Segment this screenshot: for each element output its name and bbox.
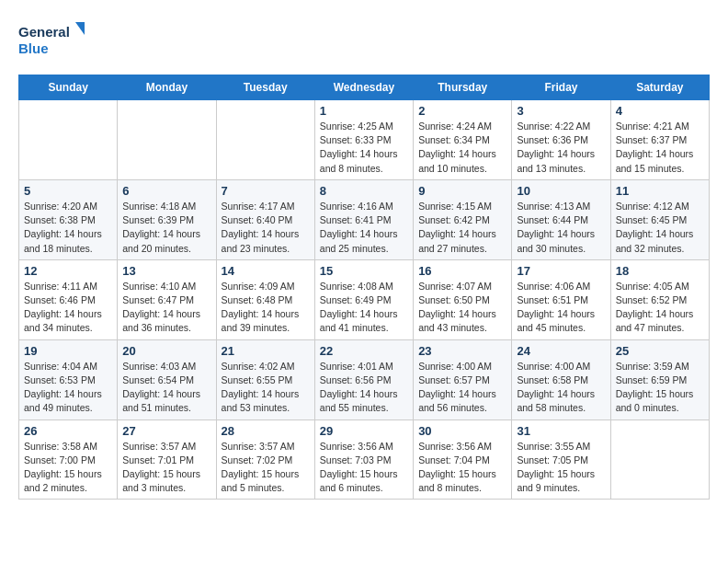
calendar-cell: 19Sunrise: 4:04 AM Sunset: 6:53 PM Dayli…	[19, 339, 118, 419]
calendar-cell: 13Sunrise: 4:10 AM Sunset: 6:47 PM Dayli…	[118, 259, 216, 339]
week-row-2: 5Sunrise: 4:20 AM Sunset: 6:38 PM Daylig…	[19, 179, 710, 259]
day-info: Sunrise: 4:24 AM Sunset: 6:34 PM Dayligh…	[418, 120, 506, 176]
day-number: 27	[122, 424, 210, 438]
week-row-1: 1Sunrise: 4:25 AM Sunset: 6:33 PM Daylig…	[19, 100, 710, 180]
week-row-3: 12Sunrise: 4:11 AM Sunset: 6:46 PM Dayli…	[19, 259, 710, 339]
day-info: Sunrise: 4:06 AM Sunset: 6:51 PM Dayligh…	[517, 280, 605, 336]
week-row-5: 26Sunrise: 3:58 AM Sunset: 7:00 PM Dayli…	[19, 419, 710, 500]
day-header-thursday: Thursday	[414, 75, 512, 100]
day-header-wednesday: Wednesday	[314, 75, 413, 100]
day-number: 6	[122, 184, 210, 198]
day-number: 12	[24, 264, 112, 278]
day-number: 3	[517, 104, 605, 118]
day-number: 1	[320, 104, 408, 118]
day-number: 7	[222, 184, 310, 198]
calendar-cell: 15Sunrise: 4:08 AM Sunset: 6:49 PM Dayli…	[314, 259, 413, 339]
day-number: 20	[122, 344, 210, 358]
day-number: 25	[616, 344, 704, 358]
calendar-cell: 8Sunrise: 4:16 AM Sunset: 6:41 PM Daylig…	[314, 179, 413, 259]
day-info: Sunrise: 3:57 AM Sunset: 7:02 PM Dayligh…	[222, 440, 310, 496]
calendar-cell: 30Sunrise: 3:56 AM Sunset: 7:04 PM Dayli…	[414, 419, 512, 500]
day-info: Sunrise: 3:56 AM Sunset: 7:04 PM Dayligh…	[418, 440, 506, 496]
calendar-cell: 17Sunrise: 4:06 AM Sunset: 6:51 PM Dayli…	[512, 259, 610, 339]
day-number: 24	[517, 344, 605, 358]
logo: General Blue	[18, 18, 92, 60]
day-info: Sunrise: 4:04 AM Sunset: 6:53 PM Dayligh…	[24, 360, 112, 416]
svg-marker-2	[75, 22, 85, 35]
calendar-cell: 5Sunrise: 4:20 AM Sunset: 6:38 PM Daylig…	[19, 179, 118, 259]
day-header-saturday: Saturday	[610, 75, 709, 100]
day-number: 9	[418, 184, 506, 198]
day-info: Sunrise: 4:09 AM Sunset: 6:48 PM Dayligh…	[222, 280, 310, 336]
calendar-cell	[216, 100, 314, 180]
day-number: 28	[222, 424, 310, 438]
svg-text:General: General	[18, 24, 70, 40]
day-info: Sunrise: 3:59 AM Sunset: 6:59 PM Dayligh…	[616, 360, 704, 416]
calendar-cell: 21Sunrise: 4:02 AM Sunset: 6:55 PM Dayli…	[216, 339, 314, 419]
calendar-cell: 4Sunrise: 4:21 AM Sunset: 6:37 PM Daylig…	[610, 100, 709, 180]
day-number: 26	[24, 424, 112, 438]
calendar-cell	[610, 419, 709, 500]
calendar-cell: 28Sunrise: 3:57 AM Sunset: 7:02 PM Dayli…	[216, 419, 314, 500]
calendar-cell: 23Sunrise: 4:00 AM Sunset: 6:57 PM Dayli…	[414, 339, 512, 419]
day-info: Sunrise: 4:13 AM Sunset: 6:44 PM Dayligh…	[517, 200, 605, 256]
day-header-friday: Friday	[512, 75, 610, 100]
calendar-cell: 29Sunrise: 3:56 AM Sunset: 7:03 PM Dayli…	[314, 419, 413, 500]
calendar-cell: 18Sunrise: 4:05 AM Sunset: 6:52 PM Dayli…	[610, 259, 709, 339]
day-info: Sunrise: 4:15 AM Sunset: 6:42 PM Dayligh…	[418, 200, 506, 256]
day-number: 29	[320, 424, 408, 438]
day-number: 16	[418, 264, 506, 278]
day-number: 5	[24, 184, 112, 198]
calendar-cell: 20Sunrise: 4:03 AM Sunset: 6:54 PM Dayli…	[118, 339, 216, 419]
day-info: Sunrise: 3:58 AM Sunset: 7:00 PM Dayligh…	[24, 440, 112, 496]
day-number: 23	[418, 344, 506, 358]
day-info: Sunrise: 4:11 AM Sunset: 6:46 PM Dayligh…	[24, 280, 112, 336]
calendar-cell: 26Sunrise: 3:58 AM Sunset: 7:00 PM Dayli…	[19, 419, 118, 500]
day-info: Sunrise: 3:56 AM Sunset: 7:03 PM Dayligh…	[320, 440, 408, 496]
calendar-cell: 12Sunrise: 4:11 AM Sunset: 6:46 PM Dayli…	[19, 259, 118, 339]
day-info: Sunrise: 4:12 AM Sunset: 6:45 PM Dayligh…	[616, 200, 704, 256]
day-info: Sunrise: 3:55 AM Sunset: 7:05 PM Dayligh…	[517, 440, 605, 496]
day-info: Sunrise: 4:00 AM Sunset: 6:57 PM Dayligh…	[418, 360, 506, 416]
day-number: 19	[24, 344, 112, 358]
day-number: 22	[320, 344, 408, 358]
calendar-cell: 1Sunrise: 4:25 AM Sunset: 6:33 PM Daylig…	[314, 100, 413, 180]
day-number: 2	[418, 104, 506, 118]
day-number: 21	[222, 344, 310, 358]
day-number: 18	[616, 264, 704, 278]
calendar-cell: 3Sunrise: 4:22 AM Sunset: 6:36 PM Daylig…	[512, 100, 610, 180]
logo-svg: General Blue	[18, 18, 92, 60]
day-number: 8	[320, 184, 408, 198]
day-number: 13	[122, 264, 210, 278]
svg-text:Blue: Blue	[18, 40, 49, 56]
day-header-monday: Monday	[118, 75, 216, 100]
day-info: Sunrise: 4:03 AM Sunset: 6:54 PM Dayligh…	[122, 360, 210, 416]
day-number: 30	[418, 424, 506, 438]
calendar-cell: 9Sunrise: 4:15 AM Sunset: 6:42 PM Daylig…	[414, 179, 512, 259]
day-number: 14	[222, 264, 310, 278]
calendar-cell: 25Sunrise: 3:59 AM Sunset: 6:59 PM Dayli…	[610, 339, 709, 419]
calendar-cell: 22Sunrise: 4:01 AM Sunset: 6:56 PM Dayli…	[314, 339, 413, 419]
day-info: Sunrise: 4:18 AM Sunset: 6:39 PM Dayligh…	[122, 200, 210, 256]
day-info: Sunrise: 4:01 AM Sunset: 6:56 PM Dayligh…	[320, 360, 408, 416]
day-info: Sunrise: 4:25 AM Sunset: 6:33 PM Dayligh…	[320, 120, 408, 176]
day-info: Sunrise: 4:08 AM Sunset: 6:49 PM Dayligh…	[320, 280, 408, 336]
day-header-sunday: Sunday	[19, 75, 118, 100]
day-info: Sunrise: 4:07 AM Sunset: 6:50 PM Dayligh…	[418, 280, 506, 336]
page-header: General Blue	[18, 18, 710, 60]
day-info: Sunrise: 4:16 AM Sunset: 6:41 PM Dayligh…	[320, 200, 408, 256]
day-info: Sunrise: 4:05 AM Sunset: 6:52 PM Dayligh…	[616, 280, 704, 336]
day-info: Sunrise: 4:22 AM Sunset: 6:36 PM Dayligh…	[517, 120, 605, 176]
day-header-tuesday: Tuesday	[216, 75, 314, 100]
day-number: 15	[320, 264, 408, 278]
day-headers-row: SundayMondayTuesdayWednesdayThursdayFrid…	[19, 75, 710, 100]
day-info: Sunrise: 4:10 AM Sunset: 6:47 PM Dayligh…	[122, 280, 210, 336]
day-info: Sunrise: 4:17 AM Sunset: 6:40 PM Dayligh…	[222, 200, 310, 256]
calendar-cell: 7Sunrise: 4:17 AM Sunset: 6:40 PM Daylig…	[216, 179, 314, 259]
calendar-cell: 27Sunrise: 3:57 AM Sunset: 7:01 PM Dayli…	[118, 419, 216, 500]
calendar-cell: 16Sunrise: 4:07 AM Sunset: 6:50 PM Dayli…	[414, 259, 512, 339]
calendar-cell: 24Sunrise: 4:00 AM Sunset: 6:58 PM Dayli…	[512, 339, 610, 419]
calendar-table: SundayMondayTuesdayWednesdayThursdayFrid…	[18, 75, 710, 500]
day-number: 11	[616, 184, 704, 198]
calendar-cell	[19, 100, 118, 180]
